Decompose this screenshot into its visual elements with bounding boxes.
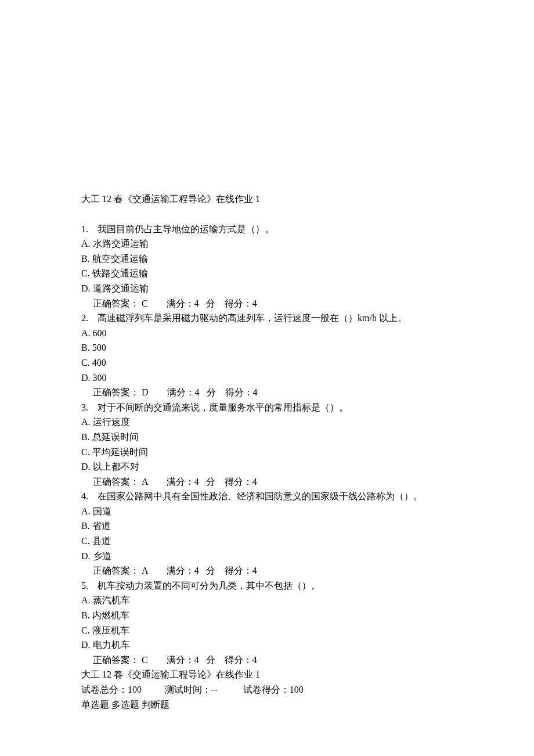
option-line: A. 运行速度: [81, 415, 453, 430]
answer-label: 正确答案：: [93, 477, 139, 487]
answer-line: 正确答案： C 满分：4 分 得分：4: [81, 653, 453, 668]
question-number: 3.: [81, 402, 88, 412]
document-page: 大工 12 春《交通运输工程导论》在线作业 1 1. 我国目前仍占主导地位的运输…: [0, 0, 534, 756]
option-label: D.: [81, 551, 91, 561]
option-text: 铁路交通运输: [92, 268, 148, 278]
option-line: D. 道路交通运输: [81, 281, 453, 296]
question-block: 3. 对于不间断的交通流来说，度量服务水平的常用指标是（）。A. 运行速度B. …: [81, 400, 453, 489]
option-line: B. 省道: [81, 519, 453, 534]
option-line: C. 液压机车: [81, 623, 453, 638]
option-label: D.: [81, 640, 91, 650]
option-line: C. 县道: [81, 534, 453, 549]
option-label: A.: [81, 239, 91, 249]
score-unit: 分: [206, 477, 215, 487]
qtype-multi: 多选题: [111, 700, 139, 710]
answer-label: 正确答案：: [93, 298, 139, 308]
page-title: 大工 12 春《交通运输工程导论》在线作业 1: [81, 192, 453, 207]
question-block: 2. 高速磁浮列车是采用磁力驱动的高速列车，运行速度一般在（）km/h 以上。A…: [81, 311, 453, 400]
full-score-value: 4: [194, 298, 199, 308]
option-label: C.: [81, 358, 90, 368]
total-score-value: 100: [128, 685, 142, 694]
gain-label: 得分：: [225, 387, 253, 397]
test-time-value: --: [211, 685, 218, 694]
test-time-label: 测试时间：: [165, 685, 211, 694]
full-score-label: 满分：: [167, 655, 194, 665]
question-text: 在国家公路网中具有全国性政治、经济和国防意义的国家级干线公路称为（）。: [98, 491, 423, 501]
option-text: 500: [92, 343, 106, 352]
answer-value: C: [142, 655, 148, 665]
question-text: 我国目前仍占主导地位的运输方式是（）。: [98, 224, 274, 234]
gain-value: 4: [252, 655, 257, 665]
option-text: 平均延误时间: [92, 447, 148, 457]
full-score-label: 满分：: [167, 477, 194, 487]
option-text: 以上都不对: [93, 462, 139, 471]
gain-value: 4: [252, 477, 257, 487]
answer-label: 正确答案：: [93, 387, 139, 397]
option-label: A.: [81, 506, 91, 516]
option-text: 300: [93, 373, 107, 383]
option-text: 电力机车: [93, 640, 130, 650]
option-text: 水路交通运输: [93, 239, 149, 249]
full-score-value: 4: [194, 566, 199, 575]
option-line: B. 总延误时间: [81, 430, 453, 445]
option-line: A. 600: [81, 326, 453, 341]
option-label: B.: [81, 343, 90, 352]
option-line: A. 国道: [81, 504, 453, 519]
option-line: C. 铁路交通运输: [81, 266, 453, 281]
gain-label: 得分：: [225, 566, 252, 575]
question-text: 对于不间断的交通流来说，度量服务水平的常用指标是（）。: [98, 402, 348, 412]
gain-score-value: 100: [290, 685, 304, 694]
answer-line: 正确答案： A 满分：4 分 得分：4: [81, 563, 453, 578]
option-label: D.: [81, 462, 91, 471]
full-score-label: 满分：: [167, 298, 194, 308]
option-line: D. 乡道: [81, 549, 453, 564]
answer-label: 正确答案：: [93, 655, 139, 665]
score-unit: 分: [206, 566, 215, 575]
gain-label: 得分：: [225, 655, 252, 665]
option-label: A.: [81, 417, 91, 427]
option-text: 总延误时间: [92, 432, 139, 442]
qtype-judge: 判断题: [142, 700, 169, 710]
qtype-single: 单选题: [81, 700, 109, 710]
total-score-label: 试卷总分：: [81, 685, 128, 694]
full-score-value: 4: [195, 387, 200, 397]
gain-value: 4: [252, 298, 257, 308]
option-label: C.: [81, 447, 90, 457]
question-text: 高速磁浮列车是采用磁力驱动的高速列车，运行速度一般在（）km/h 以上。: [98, 313, 407, 323]
option-text: 内燃机车: [92, 610, 129, 620]
totals-line: 试卷总分：100 测试时间：-- 试卷得分：100: [81, 682, 453, 697]
option-label: A.: [81, 595, 91, 605]
option-text: 400: [92, 358, 106, 368]
full-score-label: 满分：: [167, 566, 194, 575]
gain-score-label: 试卷得分：: [243, 685, 290, 694]
answer-line: 正确答案： C 满分：4 分 得分：4: [81, 296, 453, 311]
option-line: B. 内燃机车: [81, 608, 453, 623]
answer-value: A: [142, 477, 148, 487]
question-number: 4.: [81, 491, 88, 501]
option-line: B. 500: [81, 340, 453, 355]
question-types-line: 单选题 多选题 判断题: [81, 697, 453, 712]
score-unit: 分: [206, 655, 215, 665]
answer-value: D: [142, 387, 149, 397]
option-label: C.: [81, 625, 90, 635]
question-stem: 2. 高速磁浮列车是采用磁力驱动的高速列车，运行速度一般在（）km/h 以上。: [81, 311, 453, 326]
answer-line: 正确答案： D 满分：4 分 得分：4: [81, 385, 453, 400]
gain-label: 得分：: [225, 477, 252, 487]
answer-value: A: [142, 566, 148, 575]
option-text: 液压机车: [92, 625, 129, 635]
option-label: C.: [81, 536, 90, 546]
option-label: C.: [81, 268, 90, 278]
question-block: 1. 我国目前仍占主导地位的运输方式是（）。A. 水路交通运输B. 航空交通运输…: [81, 222, 453, 311]
option-label: B.: [81, 432, 90, 442]
question-number: 1.: [81, 224, 88, 234]
option-label: D.: [81, 283, 91, 293]
option-text: 蒸汽机车: [93, 595, 130, 605]
answer-label: 正确答案：: [93, 566, 139, 575]
option-text: 县道: [92, 536, 111, 546]
footer-title: 大工 12 春《交通运输工程导论》在线作业 1: [81, 667, 453, 682]
option-text: 600: [93, 328, 107, 338]
question-block: 4. 在国家公路网中具有全国性政治、经济和国防意义的国家级干线公路称为（）。A.…: [81, 489, 453, 578]
option-text: 省道: [92, 521, 111, 531]
question-number: 2.: [81, 313, 88, 323]
gain-value: 4: [253, 387, 258, 397]
